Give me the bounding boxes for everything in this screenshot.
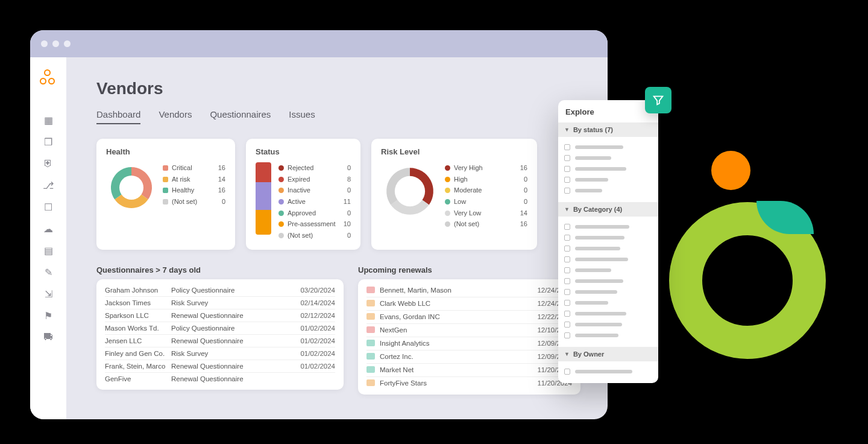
table-row[interactable]: Frank, Stein, MarcoRenewal Questionnaire… bbox=[105, 360, 335, 373]
flag-icon[interactable]: ⚑ bbox=[37, 305, 59, 326]
checkbox[interactable] bbox=[564, 177, 570, 183]
app-logo bbox=[40, 69, 57, 86]
risk-donut-chart bbox=[381, 162, 439, 220]
chevron-down-icon: ▼ bbox=[564, 127, 570, 133]
chevron-down-icon: ▼ bbox=[564, 206, 570, 212]
explore-item[interactable] bbox=[564, 254, 652, 265]
checkbox[interactable] bbox=[564, 267, 570, 273]
table-row[interactable]: NextGen12/10/2024 bbox=[366, 324, 572, 337]
table-row[interactable]: Jensen LLCRenewal Questionnaire01/02/202… bbox=[105, 335, 335, 347]
table-row[interactable]: Jackson TimesRisk Survey02/14/2024 bbox=[105, 297, 335, 309]
clipboard-icon[interactable]: ✎ bbox=[37, 261, 59, 283]
checkbox[interactable] bbox=[564, 224, 570, 230]
table-row[interactable]: Clark Webb LLC12/24/2024 bbox=[366, 297, 572, 311]
table-row[interactable]: Cortez Inc.12/09/2024 bbox=[366, 350, 572, 364]
checkbox[interactable] bbox=[564, 278, 570, 284]
explore-item[interactable] bbox=[564, 153, 652, 163]
table-row[interactable]: Finley and Gen Co.Risk Survey01/02/2024 bbox=[105, 347, 335, 360]
window-control-min[interactable] bbox=[52, 40, 59, 47]
table-row[interactable]: Sparkson LLCRenewal Questionnaire02/12/2… bbox=[105, 309, 335, 322]
legend-item: Healthy16 bbox=[163, 185, 225, 196]
legend-item: Inactive0 bbox=[278, 185, 351, 196]
explore-section-head[interactable]: ▼By Owner bbox=[558, 347, 658, 361]
page-title: Vendors bbox=[96, 79, 580, 98]
chevron-down-icon: ▼ bbox=[564, 351, 570, 357]
explore-section-head[interactable]: ▼By status (7) bbox=[558, 122, 658, 137]
shield-icon[interactable]: ⛨ bbox=[37, 153, 59, 174]
explore-item[interactable] bbox=[564, 330, 652, 341]
table-row[interactable]: GenFiveRenewal Questionnaire bbox=[105, 373, 335, 385]
filter-button[interactable] bbox=[645, 87, 671, 113]
decor-dot bbox=[711, 151, 750, 190]
checkbox[interactable] bbox=[564, 332, 570, 338]
table-row[interactable]: Market Net11/20/2024 bbox=[366, 364, 572, 377]
legend-item: At risk14 bbox=[163, 174, 225, 185]
checkbox[interactable] bbox=[564, 256, 570, 262]
explore-item[interactable] bbox=[564, 287, 652, 297]
bookmark-icon[interactable]: ☐ bbox=[37, 196, 59, 218]
legend-item: (Not set)0 bbox=[278, 230, 351, 241]
tab-questionnaires[interactable]: Questionnaires bbox=[210, 109, 271, 124]
checkbox[interactable] bbox=[564, 300, 570, 306]
tab-issues[interactable]: Issues bbox=[289, 109, 315, 124]
cloud-icon[interactable]: ☁ bbox=[37, 218, 59, 239]
legend-item: Rejected0 bbox=[278, 162, 351, 174]
explore-item[interactable] bbox=[564, 297, 652, 308]
table-row[interactable]: Mason Works Td.Policy Questionnaire01/02… bbox=[105, 322, 335, 335]
app-window: ▦❒⛨⎇☐☁▤✎⇲⚑⛟ Vendors DashboardVendorsQues… bbox=[30, 30, 608, 419]
truck-icon[interactable]: ⛟ bbox=[37, 326, 59, 348]
svg-point-0 bbox=[119, 176, 143, 200]
renewals-block: Upcoming renewals Bennett, Martin, Mason… bbox=[358, 262, 580, 395]
explore-item[interactable] bbox=[564, 265, 652, 276]
checkbox[interactable] bbox=[564, 246, 570, 252]
cube-icon[interactable]: ❒ bbox=[37, 131, 59, 153]
table-row[interactable]: Graham JohnsonPolicy Questionnaire03/20/… bbox=[105, 284, 335, 297]
main-content: Vendors DashboardVendorsQuestionnairesIs… bbox=[66, 57, 608, 419]
window-control-close[interactable] bbox=[41, 40, 48, 47]
health-donut-chart bbox=[106, 162, 157, 213]
svg-point-1 bbox=[395, 176, 425, 206]
explore-item[interactable] bbox=[564, 319, 652, 330]
table-row[interactable]: Bennett, Martin, Mason12/24/2024 bbox=[366, 284, 572, 297]
dashboard-icon[interactable]: ▦ bbox=[37, 109, 59, 131]
checkbox[interactable] bbox=[564, 144, 570, 150]
tab-vendors[interactable]: Vendors bbox=[159, 109, 192, 124]
questionnaires-title: Questionnaires > 7 days old bbox=[96, 265, 344, 274]
checkbox[interactable] bbox=[564, 188, 570, 194]
table-row[interactable]: Insight Analytics12/09/2024 bbox=[366, 337, 572, 350]
checkbox[interactable] bbox=[564, 322, 570, 328]
checkbox[interactable] bbox=[564, 155, 570, 161]
document-icon[interactable]: ▤ bbox=[37, 239, 59, 261]
explore-item[interactable] bbox=[564, 221, 652, 232]
tab-dashboard[interactable]: Dashboard bbox=[96, 109, 140, 124]
table-row[interactable]: Evans, Gordan INC12/22/2024 bbox=[366, 311, 572, 324]
renewals-title: Upcoming renewals bbox=[358, 265, 580, 274]
checkbox[interactable] bbox=[564, 166, 570, 172]
health-card: Health Critical16At risk14Healthy16(Not … bbox=[96, 139, 235, 250]
explore-item[interactable] bbox=[564, 163, 652, 174]
checkbox[interactable] bbox=[564, 289, 570, 295]
explore-panel: Explore ▼By status (7)▼By Category (4)▼B… bbox=[558, 100, 658, 383]
explore-item[interactable] bbox=[564, 276, 652, 287]
explore-item[interactable] bbox=[564, 174, 652, 185]
legend-item: Approved0 bbox=[278, 208, 351, 219]
explore-item[interactable] bbox=[564, 232, 652, 243]
checkbox[interactable] bbox=[564, 235, 570, 241]
legend-item: Very Low14 bbox=[445, 208, 527, 219]
explore-item[interactable] bbox=[564, 308, 652, 319]
branch-icon[interactable]: ⎇ bbox=[37, 174, 59, 196]
explore-item[interactable] bbox=[564, 243, 652, 254]
legend-item: Very High16 bbox=[445, 162, 527, 174]
share-icon[interactable]: ⇲ bbox=[37, 283, 59, 305]
checkbox[interactable] bbox=[564, 369, 570, 375]
legend-item: (Not set)0 bbox=[163, 196, 225, 208]
window-titlebar bbox=[30, 30, 608, 57]
explore-section-head[interactable]: ▼By Category (4) bbox=[558, 202, 658, 217]
explore-item[interactable] bbox=[564, 185, 652, 196]
checkbox[interactable] bbox=[564, 311, 570, 317]
explore-item[interactable] bbox=[564, 366, 652, 377]
window-control-max[interactable] bbox=[64, 40, 71, 47]
explore-item[interactable] bbox=[564, 142, 652, 153]
tabs: DashboardVendorsQuestionnairesIssues bbox=[96, 109, 580, 124]
table-row[interactable]: FortyFive Stars11/20/2024 bbox=[366, 377, 572, 390]
